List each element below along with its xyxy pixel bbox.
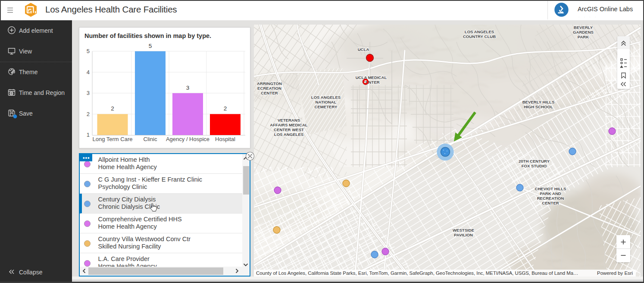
svg-text:LOS ANGELES: LOS ANGELES	[465, 29, 494, 34]
svg-text:ECREATION: ECREATION	[257, 86, 281, 91]
svg-text:VETERANS: VETERANS	[278, 118, 300, 123]
svg-text:UCLA MEDICAL: UCLA MEDICAL	[356, 75, 387, 80]
svg-text:4: 4	[87, 69, 90, 75]
svg-text:WESTSIDE: WESTSIDE	[453, 228, 475, 233]
svg-text:PAVILION: PAVILION	[454, 233, 473, 237]
svg-text:COUNTRY CLUB: COUNTRY CLUB	[463, 34, 496, 39]
svg-text:BEVERLY HILLS: BEVERLY HILLS	[522, 100, 555, 104]
svg-text:RECREATION: RECREATION	[537, 196, 564, 201]
svg-text:FOX STUDIO: FOX STUDIO	[522, 164, 547, 168]
svg-text:Hospital: Hospital	[215, 136, 235, 142]
svg-text:UCLA: UCLA	[358, 47, 369, 52]
svg-text:2: 2	[111, 105, 114, 112]
svg-text:1: 1	[87, 132, 90, 138]
svg-text:LOS ANGELES: LOS ANGELES	[311, 95, 341, 100]
svg-text:AFFAIRS MEDICAL: AFFAIRS MEDICAL	[270, 123, 308, 127]
svg-text:LOS ANGELES: LOS ANGELES	[274, 132, 304, 137]
svg-text:BEVERLY: BEVERLY	[574, 25, 593, 30]
svg-text:Agency / Hospice: Agency / Hospice	[166, 136, 209, 142]
svg-text:CEMETERY: CEMETERY	[315, 104, 338, 109]
svg-text:HIGH SCHOOL: HIGH SCHOOL	[524, 104, 553, 109]
svg-text:Clinic: Clinic	[144, 136, 157, 142]
svg-text:5: 5	[149, 43, 152, 49]
svg-text:PARK: PARK	[578, 35, 589, 39]
svg-text:CENTER: CENTER	[261, 91, 278, 95]
svg-text:NATIONAL: NATIONAL	[316, 100, 337, 104]
svg-text:3: 3	[186, 85, 190, 91]
svg-text:2: 2	[87, 111, 90, 117]
svg-text:3: 3	[87, 90, 90, 96]
svg-text:20TH CENTURY: 20TH CENTURY	[519, 159, 550, 164]
svg-text:GARDENS: GARDENS	[573, 30, 594, 35]
svg-text:2: 2	[224, 105, 227, 112]
svg-text:ARRINGTON: ARRINGTON	[257, 81, 282, 86]
svg-text:PARK AND: PARK AND	[540, 191, 561, 196]
svg-text:CENTER WEST: CENTER WEST	[274, 127, 304, 132]
svg-text:CENTER: CENTER	[542, 201, 559, 205]
svg-text:5: 5	[87, 48, 90, 54]
svg-text:CHEVIOT HILLS: CHEVIOT HILLS	[535, 186, 566, 191]
svg-text:Long Term Care: Long Term Care	[93, 136, 133, 142]
